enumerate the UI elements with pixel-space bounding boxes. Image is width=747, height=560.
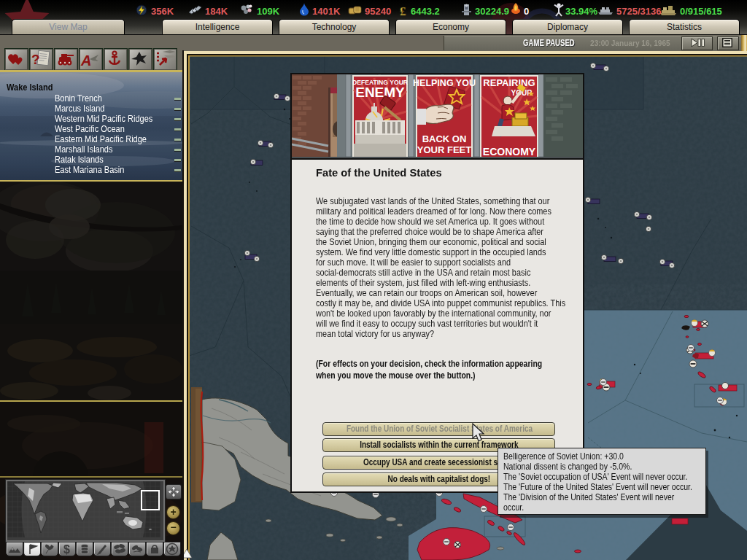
svg-text:A: A xyxy=(80,52,91,69)
svg-text:YOUR FEET: YOUR FEET xyxy=(417,144,471,155)
svg-text:ENEMY: ENEMY xyxy=(355,85,405,100)
svg-text:$: $ xyxy=(63,543,70,556)
svg-text:REPAIRING: REPAIRING xyxy=(483,77,535,88)
svg-text:£: £ xyxy=(400,4,406,18)
svg-text:?: ? xyxy=(31,52,40,67)
svg-text:BACK ON: BACK ON xyxy=(422,133,467,144)
svg-text:ECONOMY: ECONOMY xyxy=(483,146,536,157)
svg-text:HELPING YOU: HELPING YOU xyxy=(413,78,476,88)
